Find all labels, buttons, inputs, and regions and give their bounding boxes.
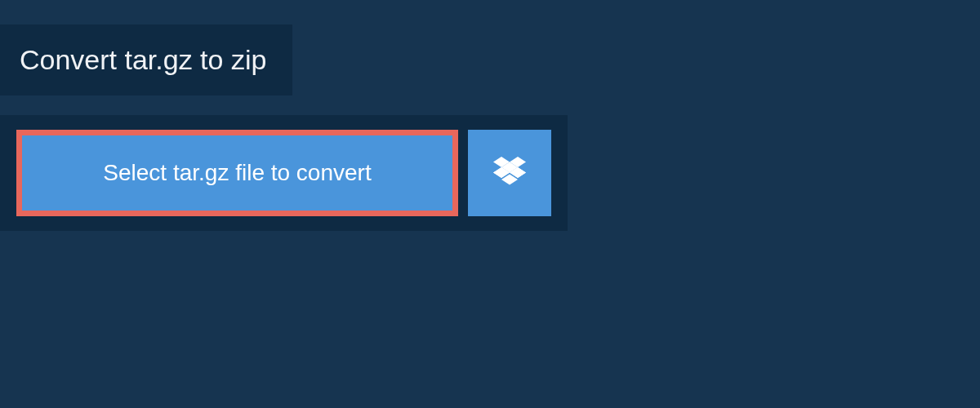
header-tab: Convert tar.gz to zip [0,24,292,95]
dropbox-button[interactable] [468,130,551,216]
page-title: Convert tar.gz to zip [20,44,266,76]
select-file-button-label: Select tar.gz file to convert [103,160,371,186]
dropbox-icon [493,157,526,189]
file-select-panel: Select tar.gz file to convert [0,115,568,231]
select-file-button[interactable]: Select tar.gz file to convert [16,130,458,216]
